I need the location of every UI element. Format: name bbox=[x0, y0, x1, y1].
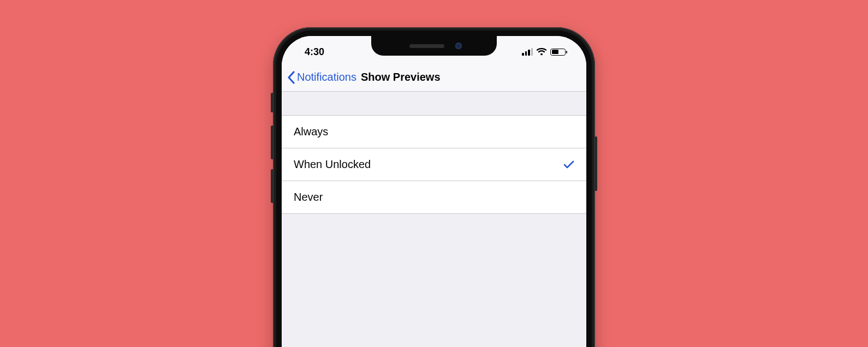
phone-frame: 4:30 bbox=[273, 27, 595, 347]
group-spacer bbox=[282, 92, 586, 116]
status-time: 4:30 bbox=[298, 46, 324, 58]
speaker-grille bbox=[409, 44, 444, 48]
mute-switch bbox=[271, 93, 274, 112]
front-camera bbox=[455, 43, 462, 49]
option-when-unlocked[interactable]: When Unlocked bbox=[282, 148, 586, 181]
back-button[interactable]: Notifications bbox=[286, 70, 356, 85]
wifi-icon bbox=[536, 48, 547, 56]
chevron-left-icon bbox=[286, 70, 296, 85]
screen: 4:30 bbox=[282, 36, 586, 347]
side-button bbox=[594, 136, 597, 191]
notch bbox=[371, 36, 497, 56]
volume-down-button bbox=[271, 169, 274, 203]
option-always[interactable]: Always bbox=[282, 116, 586, 148]
option-label: Never bbox=[294, 191, 323, 204]
checkmark-icon bbox=[563, 160, 574, 170]
cellular-signal-icon bbox=[522, 48, 533, 56]
content-background bbox=[282, 214, 586, 347]
option-never[interactable]: Never bbox=[282, 181, 586, 214]
options-list: Always When Unlocked Never bbox=[282, 116, 586, 214]
option-label: When Unlocked bbox=[294, 158, 371, 171]
volume-up-button bbox=[271, 125, 274, 159]
battery-icon bbox=[550, 49, 566, 56]
navigation-bar: Notifications Show Previews bbox=[282, 63, 586, 92]
page-title: Show Previews bbox=[361, 71, 441, 83]
back-label: Notifications bbox=[297, 71, 356, 83]
option-label: Always bbox=[294, 125, 328, 138]
